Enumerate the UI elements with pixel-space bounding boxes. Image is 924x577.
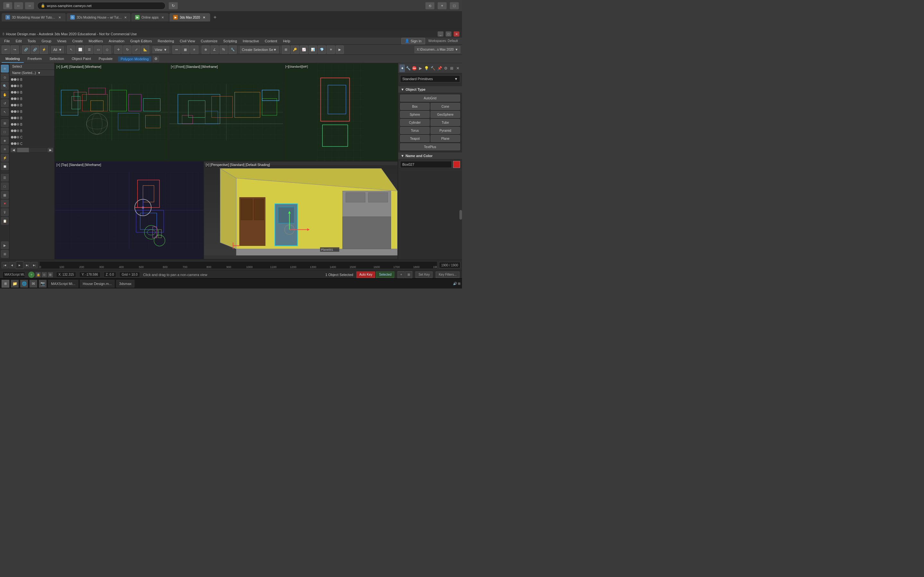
object-name-input[interactable]	[400, 161, 452, 168]
selected-btn[interactable]: Selected	[376, 271, 394, 278]
menu-animation[interactable]: Animation	[106, 38, 127, 44]
torus-btn[interactable]: Torus	[400, 127, 430, 134]
tool-1[interactable]: ⊞	[1, 119, 9, 127]
curve-editor-btn[interactable]: 📈	[300, 45, 308, 54]
object-type-header[interactable]: ▼ Object Type	[398, 86, 462, 93]
top-right-viewport[interactable]: [+][Standard][WF]	[283, 63, 398, 161]
3dsmax-taskbtn[interactable]: 3dsmax	[116, 280, 134, 287]
maximize-btn[interactable]: □	[446, 31, 451, 37]
menu-group[interactable]: Group	[39, 38, 54, 44]
menu-create[interactable]: Create	[69, 38, 86, 44]
key-filters-btn[interactable]: Key Filters...	[436, 271, 459, 278]
top-plan-viewport[interactable]: [+] [Top] [Standard] [Wireframe]	[55, 161, 204, 259]
start-btn[interactable]: ⊞	[2, 280, 9, 287]
menu-tools[interactable]: Tools	[25, 38, 39, 44]
move-btn[interactable]: ✛	[114, 45, 123, 54]
view-dropdown[interactable]: View ▼	[152, 46, 170, 53]
teapot-btn[interactable]: Teapot	[400, 135, 430, 142]
tool-9[interactable]: ▦	[1, 191, 9, 199]
cone-btn[interactable]: Cone	[431, 103, 460, 110]
tool-10[interactable]: 🔻	[1, 200, 9, 207]
workspace-path[interactable]: X:\Documen...s Max 2020 ▼	[415, 46, 460, 53]
add-key-btn[interactable]: +	[28, 271, 35, 278]
tab-3-close[interactable]: ✕	[160, 15, 165, 19]
filter-dropdown[interactable]: All ▼	[51, 46, 64, 53]
pin-icon[interactable]: 📌	[437, 64, 443, 72]
align-btn[interactable]: ≡	[190, 45, 199, 54]
prev-frame-btn[interactable]: ◀	[9, 262, 15, 268]
scroll-left-btn[interactable]: ◀	[11, 148, 16, 152]
tab-2-close[interactable]: ✕	[124, 15, 127, 19]
tab-1-close[interactable]: ✕	[57, 15, 62, 19]
geosphere-btn[interactable]: GeoSphere	[431, 111, 460, 118]
magnet-btn[interactable]: ⊙	[42, 272, 47, 277]
zoom-region-btn[interactable]: +	[397, 271, 405, 278]
arc-rotate-icon[interactable]: ↺	[1, 99, 9, 107]
pyramid-btn[interactable]: Pyramid	[431, 127, 460, 134]
list-item-9[interactable]: B	[10, 127, 54, 134]
plane-btn[interactable]: Plane	[431, 135, 460, 142]
back-btn[interactable]: ←	[14, 2, 23, 9]
next-frame-btn[interactable]: ▶|	[24, 262, 31, 268]
mode-tab-populate[interactable]: Populate	[95, 55, 116, 63]
menu-help[interactable]: Help	[280, 38, 293, 44]
select-link-btn[interactable]: 🔗	[22, 45, 30, 54]
textplus-btn[interactable]: TextPlus	[400, 143, 460, 150]
autogrid-btn[interactable]: AutoGrid	[400, 95, 460, 102]
play-icon[interactable]: ▶	[1, 242, 9, 249]
menu-modifiers[interactable]: Modifiers	[86, 38, 105, 44]
tool-6[interactable]: 🔲	[1, 163, 9, 170]
mode-tab-selection[interactable]: Selection	[45, 55, 68, 63]
menu-content[interactable]: Content	[262, 38, 280, 44]
panel-scrollbar[interactable]	[459, 210, 462, 219]
tool-3[interactable]: ◈	[1, 137, 9, 144]
maxscript-taskbtn[interactable]: MAXScript Mi...	[48, 280, 78, 287]
menu-rendering[interactable]: Rendering	[155, 38, 177, 44]
display-panel-icon[interactable]: 💡	[424, 64, 429, 72]
tab-3d-modeling[interactable]: 3 3D Modeling House W/ Tutorial ✕	[2, 13, 66, 21]
close-panel-icon[interactable]: ✕	[455, 64, 461, 72]
bind-space-warp-btn[interactable]: ⚡	[40, 45, 48, 54]
orbit-icon[interactable]: ⊙	[1, 73, 9, 81]
select-by-name-btn[interactable]: ☰	[85, 45, 94, 54]
left-viewport[interactable]: [+] [Left] [Standard] [Wireframe]	[55, 63, 169, 161]
array-btn[interactable]: ▦	[181, 45, 190, 54]
snap3d-btn[interactable]: ⊕	[202, 45, 210, 54]
redo-btn[interactable]: ↪	[11, 45, 19, 54]
taskbar-folder[interactable]: 📁	[11, 280, 19, 287]
menu-signin[interactable]: 👤 Sign In	[401, 38, 425, 44]
list-item-6[interactable]: B	[10, 108, 54, 115]
list-item-10[interactable]: C	[10, 134, 54, 140]
vis-btn[interactable]: ⊞	[48, 272, 53, 277]
tool-7[interactable]: ☰	[1, 174, 9, 181]
modify-panel-icon[interactable]: 🔧	[405, 64, 411, 72]
rect-select-btn[interactable]: ▭	[94, 45, 102, 54]
rotate-btn[interactable]: ↻	[123, 45, 132, 54]
mode-tab-freeform[interactable]: Freeform	[24, 55, 46, 63]
zoom-all-btn[interactable]: ⊞	[405, 271, 412, 278]
primitives-dropdown[interactable]: Standard Primitives ▼	[400, 75, 460, 82]
box-btn[interactable]: Box	[400, 103, 430, 110]
menu-graph-editors[interactable]: Graph Editors	[128, 38, 155, 44]
panel-settings-icon[interactable]: ⚙	[443, 64, 449, 72]
utilities-panel-icon[interactable]: 🔨	[430, 64, 435, 72]
set-key-btn[interactable]: 🔑	[291, 45, 299, 54]
pan-icon[interactable]: ✋	[1, 91, 9, 98]
auto-key-btn[interactable]: Auto Key	[357, 271, 375, 278]
go-start-btn[interactable]: |◀	[2, 262, 8, 268]
list-item-7[interactable]: B	[10, 115, 54, 121]
mode-tab-modeling[interactable]: Modeling	[2, 55, 24, 63]
select-obj-icon[interactable]: ↖	[1, 108, 9, 116]
lasso-select-btn[interactable]: ◇	[103, 45, 111, 54]
sphere-btn[interactable]: Sphere	[400, 111, 430, 118]
address-bar[interactable]: 🔒 wcpss-samphire.cameyo.net	[37, 2, 166, 10]
minimize-btn[interactable]: _	[438, 31, 443, 37]
tab-3dsmax[interactable]: ▶ 3ds Max 2020 ✕	[170, 13, 210, 21]
mode-tab-object-paint[interactable]: Object Paint	[68, 55, 95, 63]
create-panel-icon[interactable]: ✦	[399, 64, 405, 72]
time-display[interactable]: 1900 / 1900	[439, 262, 460, 268]
region-zoom-icon[interactable]: 🔍	[1, 82, 9, 90]
scrollbar-track[interactable]	[17, 148, 47, 152]
tool-5[interactable]: ⚡	[1, 154, 9, 161]
tool-8[interactable]: □	[1, 182, 9, 190]
